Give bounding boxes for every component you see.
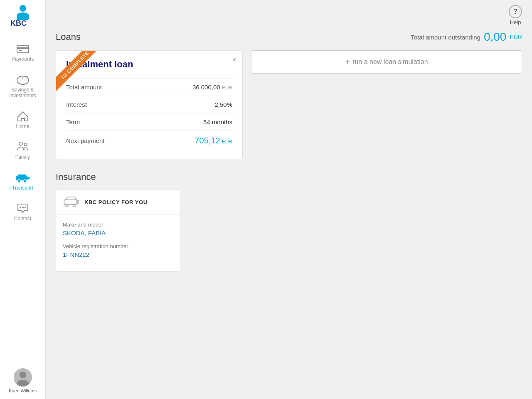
svg-rect-12: [27, 177, 29, 179]
sidebar-bottom: Koen Willems: [0, 362, 45, 399]
help-icon: ?: [509, 5, 522, 18]
next-payment-value: 705,12 EUR: [195, 136, 232, 145]
svg-rect-3: [17, 47, 29, 49]
loan-field-interest: Interest 2,50%: [66, 96, 232, 113]
content-area: Loans Total amount outstanding 0,00 EUR …: [46, 30, 532, 399]
policy-name: KBC POLICY FOR YOU: [84, 199, 148, 205]
sidebar-item-contact[interactable]: Contact: [0, 197, 45, 227]
svg-point-13: [20, 207, 21, 208]
help-label: Help: [510, 19, 521, 25]
loans-title: Loans: [56, 32, 81, 42]
svg-point-11: [23, 180, 26, 182]
insurance-card-header: KBC POLICY FOR YOU: [56, 190, 180, 215]
family-icon: [16, 141, 30, 153]
svg-point-0: [20, 5, 26, 12]
total-currency: EUR: [510, 34, 522, 40]
svg-point-8: [24, 143, 27, 145]
sidebar-item-family-label: Family: [15, 154, 30, 160]
sidebar-item-savings[interactable]: Savings & Investments: [0, 68, 45, 104]
registration-field: Vehicle registration number 1FNN222: [63, 243, 173, 258]
home-icon: [16, 110, 30, 122]
interest-value: 2,50%: [214, 101, 232, 108]
loans-section-header: Loans Total amount outstanding 0,00 EUR: [56, 30, 522, 44]
sidebar: KBC Payments Savings & Investments Home: [0, 0, 46, 399]
sidebar-item-home[interactable]: Home: [0, 104, 45, 135]
loan-field-total-amount: Total amount 36 000,00 EUR: [66, 78, 232, 96]
make-model-field: Make and model SKODA, FABIA: [63, 222, 173, 236]
insurance-card-body: Make and model SKODA, FABIA Vehicle regi…: [56, 215, 180, 271]
topbar: ? Help: [46, 0, 532, 30]
payments-icon: [16, 43, 30, 54]
svg-point-17: [20, 372, 26, 378]
user-profile[interactable]: Koen Willems: [5, 362, 40, 399]
insurance-title: Insurance: [56, 172, 522, 182]
svg-point-7: [19, 142, 22, 145]
sidebar-item-family[interactable]: Family: [0, 135, 45, 166]
sidebar-item-contact-label: Contact: [14, 216, 31, 222]
total-amount-label: Total amount: [66, 84, 102, 91]
interest-label: Interest: [66, 101, 87, 108]
sidebar-item-payments[interactable]: Payments: [0, 37, 45, 68]
main-content: ? Help Loans Total amount outstanding 0,…: [46, 0, 532, 399]
sidebar-item-payments-label: Payments: [12, 56, 34, 62]
make-model-label: Make and model: [63, 222, 173, 228]
svg-point-14: [22, 207, 24, 208]
total-amount-value: 36 000,00 EUR: [192, 84, 232, 91]
total-amount: 0,00: [484, 30, 507, 44]
loan-field-term: Term 54 months: [66, 113, 232, 131]
car-icon: [63, 195, 79, 209]
kbc-logo[interactable]: KBC: [8, 4, 37, 29]
next-payment-label: Next payment: [66, 137, 105, 144]
contact-icon: [16, 202, 30, 214]
svg-rect-4: [19, 50, 22, 51]
savings-icon: [16, 74, 30, 85]
sidebar-item-transport[interactable]: Transport: [0, 166, 45, 197]
total-label: Total amount outstanding: [411, 34, 480, 41]
new-simulation-label: run a new loan simulation: [352, 58, 428, 66]
term-value: 54 months: [203, 118, 232, 126]
registration-value: 1FNN222: [63, 251, 173, 258]
avatar: [14, 368, 32, 387]
help-button[interactable]: ? Help: [509, 5, 522, 25]
registration-label: Vehicle registration number: [63, 243, 173, 249]
svg-point-10: [17, 180, 20, 182]
make-model-value: SKODA, FABIA: [63, 229, 173, 236]
loan-card: TO COMPLETE × Instalment loan Total amou…: [56, 50, 243, 159]
new-loan-simulation-button[interactable]: + run a new loan simulation: [251, 50, 522, 74]
loan-card-title: Instalment loan: [66, 59, 232, 70]
plus-icon: +: [345, 57, 350, 67]
term-label: Term: [66, 118, 80, 126]
svg-point-15: [25, 207, 26, 208]
sidebar-item-transport-label: Transport: [12, 185, 33, 191]
user-name: Koen Willems: [9, 388, 37, 393]
transport-icon: [15, 172, 30, 183]
sidebar-item-home-label: Home: [16, 123, 29, 129]
loan-field-next-payment: Next payment 705,12 EUR: [66, 131, 232, 150]
close-button[interactable]: ×: [232, 56, 236, 64]
loans-row: TO COMPLETE × Instalment loan Total amou…: [56, 50, 522, 159]
insurance-card[interactable]: KBC POLICY FOR YOU Make and model SKODA,…: [56, 189, 180, 272]
svg-text:KBC: KBC: [10, 19, 27, 27]
sidebar-item-savings-label: Savings & Investments: [3, 87, 42, 99]
total-outstanding: Total amount outstanding 0,00 EUR: [411, 30, 522, 44]
